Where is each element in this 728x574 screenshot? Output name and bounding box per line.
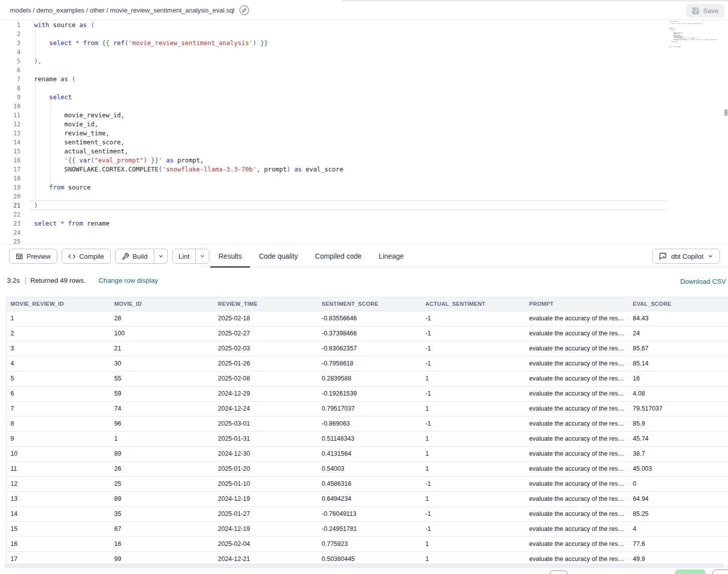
code-line[interactable]: 6 [0,66,728,75]
column-header[interactable]: PROMPT [525,297,629,311]
edit-file-icon[interactable] [239,6,249,15]
cell-sentiment-score: -0.83062357 [318,341,421,356]
tab-lineage[interactable]: Lineage [379,245,404,268]
cell-prompt[interactable]: evaluate the accuracy of the res… [525,371,629,386]
bottom-bar-green-button[interactable] [675,569,705,574]
tab-compiled-code[interactable]: Compiled code [315,245,362,268]
cell-prompt[interactable]: evaluate the accuracy of the res… [525,477,629,491]
code-line[interactable]: 5), [0,57,728,66]
lint-button[interactable]: Lint [173,249,196,263]
cell-prompt[interactable]: evaluate the accuracy of the res… [525,402,629,416]
cell-actual-sentiment: -1 [421,387,525,401]
cell-prompt[interactable]: evaluate the accuracy of the res… [525,341,629,356]
save-button[interactable]: Save [686,4,724,18]
tab-results[interactable]: Results [218,245,242,268]
code-line[interactable]: 3 select * from {{ ref('movie_review_sen… [0,39,728,48]
cell-prompt[interactable]: evaluate the accuracy of the res… [525,326,629,341]
compile-button[interactable]: Compile [62,249,111,264]
editor-minimap[interactable]: with source as ( select * from {{ ref('m… [669,21,725,51]
cell-review-time: 2024-12-19 [214,492,318,506]
code-line-text [21,237,34,244]
table-row: 3212025-02-03-0.83062357-1evaluate the a… [7,341,728,356]
build-dropdown-button[interactable] [154,249,167,263]
code-line[interactable]: 16 '{{ var("eval_prompt") }}' as prompt, [0,156,728,165]
code-line[interactable]: 14 sentiment_score, [0,138,728,147]
cell-prompt[interactable]: evaluate the accuracy of the res… [525,507,629,521]
prompt-preview-text: evaluate the accuracy of the res… [529,341,624,356]
code-line[interactable]: 17 SNOWFLAKE.CORTEX.COMPLETE('snowflake-… [0,165,728,174]
code-line-text: ) [21,201,38,210]
cell-eval-score: 79.517037 [629,402,728,416]
cell-actual-sentiment: 1 [421,462,525,476]
build-button[interactable]: Build [116,249,154,263]
cell-prompt[interactable]: evaluate the accuracy of the res… [525,462,629,476]
column-header[interactable]: MOVIE_REVIEW_ID [7,297,110,311]
code-line[interactable]: 11 movie_review_id, [0,111,728,120]
code-lines[interactable]: 1with source as (23 select * from {{ ref… [0,21,728,244]
code-line[interactable]: 19 from source [0,183,728,192]
cell-prompt[interactable]: evaluate the accuracy of the res… [525,432,629,446]
cell-prompt[interactable]: evaluate the accuracy of the res… [525,387,629,401]
code-line[interactable]: 12 movie_id, [0,120,728,129]
cell-prompt[interactable]: evaluate the accuracy of the res… [525,311,629,326]
horizontal-scrollbar[interactable] [4,563,724,568]
column-header[interactable]: REVIEW_TIME [214,297,318,311]
file-header-bar: models / demo_examples / other / movie_r… [0,0,728,20]
bottom-bar-button[interactable] [712,569,728,574]
column-header[interactable]: EVAL_SCORE [629,297,728,311]
results-status-row: 3.2s Returned 49 rows. Change row displa… [0,267,728,297]
change-row-display-link[interactable]: Change row display [99,277,158,284]
code-line[interactable]: 18 [0,174,728,183]
cell-prompt[interactable]: evaluate the accuracy of the res… [525,447,629,461]
cell-review-time: 2025-02-18 [214,311,318,326]
cell-movie-review-id: 6 [7,387,110,401]
code-line[interactable]: 8 [0,84,728,93]
cell-prompt[interactable]: evaluate the accuracy of the res… [525,492,629,506]
code-line[interactable]: 13 review_time, [0,129,728,138]
cell-movie-id: 89 [110,447,214,461]
column-header[interactable]: SENTIMENT_SCORE [318,297,421,311]
cell-prompt[interactable]: evaluate the accuracy of the res… [525,522,629,536]
breadcrumb[interactable]: models / demo_examples / other / movie_r… [10,0,249,20]
code-line[interactable]: 23select * from rename [0,219,728,228]
code-line[interactable]: 4 [0,48,728,57]
code-line[interactable]: 25 [0,237,728,244]
code-line[interactable]: 10 [0,102,728,111]
code-line[interactable]: 9 select [0,93,728,102]
cell-prompt[interactable]: evaluate the accuracy of the res… [525,537,629,551]
cell-movie-id: 89 [110,492,214,506]
copilot-label: dbt Copilot [671,253,703,260]
code-line[interactable]: 20 [0,192,728,201]
prompt-preview-text: evaluate the accuracy of the res… [529,311,624,326]
editor-scrollbar-thumb[interactable] [724,109,727,116]
code-line[interactable]: 7rename as ( [0,75,728,84]
code-line[interactable]: 1with source as ( [0,21,728,30]
code-line[interactable]: 15 actual_sentiment, [0,147,728,156]
code-line-text [21,174,34,183]
sql-code-editor[interactable]: 1with source as (23 select * from {{ ref… [0,20,728,244]
cell-sentiment-score: -0.76049113 [318,507,421,521]
download-csv-link[interactable]: Download CSV [680,278,726,285]
column-header[interactable]: ACTUAL_SENTIMENT [421,297,525,311]
bottom-bar-button[interactable] [550,570,568,574]
code-line-text: select * from rename [21,219,110,228]
cell-review-time: 2024-12-24 [214,402,318,416]
breadcrumb-path[interactable]: models / demo_examples / other / movie_r… [10,7,234,14]
preview-button[interactable]: Preview [9,249,57,264]
tab-code-quality[interactable]: Code quality [259,245,298,268]
code-line[interactable]: 22 [0,210,728,219]
column-header[interactable]: MOVIE_ID [110,297,214,311]
table-row: 13892024-12-190.64942341evaluate the acc… [7,492,728,507]
code-line[interactable]: 2 [0,30,728,39]
cell-movie-review-id: 2 [7,326,110,341]
dbt-copilot-button[interactable]: dbt Copilot [652,249,720,264]
results-table: MOVIE_REVIEW_IDMOVIE_IDREVIEW_TIMESENTIM… [6,297,728,567]
build-split-button: Build [115,249,168,264]
cell-prompt[interactable]: evaluate the accuracy of the res… [525,417,629,431]
code-line[interactable]: 21) [0,201,728,210]
line-number: 24 [0,228,21,237]
cell-actual-sentiment: -1 [421,477,525,491]
code-line[interactable]: 24 [0,228,728,237]
cell-prompt[interactable]: evaluate the accuracy of the res… [525,356,629,371]
cell-movie-id: 30 [110,356,214,371]
